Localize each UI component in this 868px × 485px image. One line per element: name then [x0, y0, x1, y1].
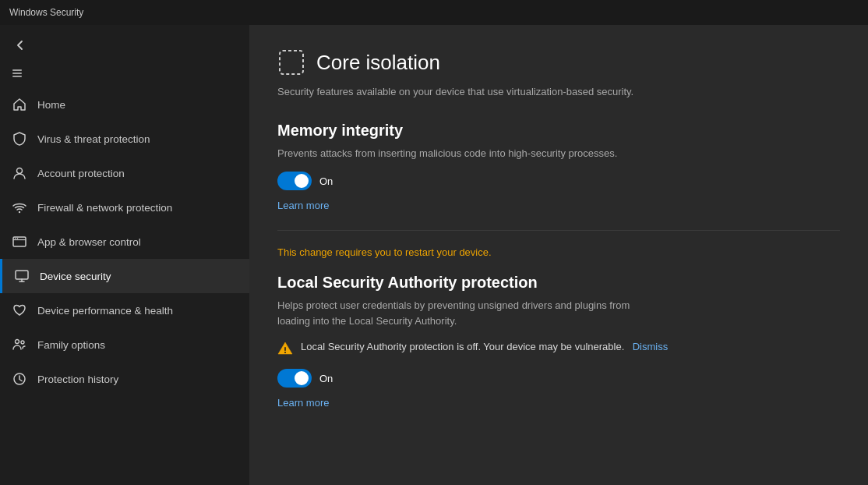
sidebar-item-account-label: Account protection	[37, 168, 125, 179]
sidebar-item-virus[interactable]: Virus & threat protection	[0, 122, 249, 156]
title-bar: Windows Security	[0, 0, 868, 25]
lsa-warning-text-container: Local Security Authority protection is o…	[301, 339, 668, 354]
sidebar-item-device-health[interactable]: Device performance & health	[0, 293, 249, 327]
heart-icon	[12, 303, 26, 317]
lsa-protection-desc: Helps protect user credentials by preven…	[277, 298, 659, 328]
memory-integrity-toggle-knob	[295, 174, 309, 188]
svg-rect-0	[12, 69, 22, 70]
svg-rect-2	[12, 76, 22, 76]
menu-button[interactable]	[0, 62, 22, 84]
memory-integrity-learn-more[interactable]: Learn more	[277, 200, 329, 211]
browser-icon	[12, 235, 26, 249]
sidebar-item-device-security[interactable]: Device security	[0, 259, 249, 293]
memory-integrity-desc: Prevents attacks from inserting maliciou…	[277, 146, 659, 161]
person-icon	[12, 166, 26, 180]
wifi-icon	[12, 200, 26, 214]
dismiss-button[interactable]: Dismiss	[633, 341, 669, 352]
core-isolation-icon	[277, 48, 305, 76]
family-icon	[12, 338, 26, 352]
page-subtitle: Security features available on your devi…	[277, 84, 659, 100]
lsa-toggle-knob	[295, 371, 309, 385]
sidebar-item-virus-label: Virus & threat protection	[37, 133, 150, 145]
lsa-warning-box: Local Security Authority protection is o…	[277, 339, 840, 356]
warning-triangle-icon	[277, 341, 293, 356]
sidebar-item-history-label: Protection history	[37, 373, 118, 385]
restart-warning: This change requires you to restart your…	[277, 246, 840, 258]
memory-integrity-toggle[interactable]	[277, 172, 312, 190]
sidebar: Home Virus & threat protection	[0, 25, 249, 485]
page-header: Core isolation	[277, 48, 840, 76]
memory-integrity-toggle-label: On	[319, 175, 333, 187]
svg-point-10	[21, 341, 24, 344]
sidebar-item-history[interactable]: Protection history	[0, 362, 249, 396]
content-area: Core isolation Security features availab…	[249, 25, 868, 485]
sidebar-item-home-label: Home	[37, 99, 65, 111]
memory-integrity-toggle-row: On	[277, 172, 840, 190]
lsa-toggle-row: On	[277, 369, 840, 388]
lsa-protection-title: Local Security Authority protection	[277, 274, 840, 292]
svg-rect-8	[16, 271, 28, 279]
sidebar-item-app-browser[interactable]: App & browser control	[0, 225, 249, 259]
sidebar-item-family-label: Family options	[37, 339, 105, 351]
svg-rect-13	[284, 347, 286, 351]
memory-integrity-title: Memory integrity	[277, 122, 840, 140]
sidebar-item-device-security-label: Device security	[40, 271, 111, 282]
lsa-learn-more[interactable]: Learn more	[277, 397, 329, 409]
monitor-icon	[15, 269, 29, 283]
section-divider	[277, 230, 840, 231]
sidebar-item-device-health-label: Device performance & health	[37, 305, 173, 317]
lsa-toggle-label: On	[319, 373, 333, 384]
page-title: Core isolation	[316, 51, 440, 75]
sidebar-item-home[interactable]: Home	[0, 87, 249, 122]
svg-point-3	[17, 168, 23, 174]
sidebar-item-firewall[interactable]: Firewall & network protection	[0, 190, 249, 225]
sidebar-top	[0, 28, 249, 62]
sidebar-item-family[interactable]: Family options	[0, 327, 249, 362]
sidebar-item-account[interactable]: Account protection	[0, 156, 249, 190]
svg-rect-12	[280, 51, 303, 74]
sidebar-item-app-browser-label: App & browser control	[37, 236, 141, 248]
svg-point-7	[17, 238, 19, 239]
shield-icon	[12, 132, 26, 146]
lsa-warning-message: Local Security Authority protection is o…	[301, 341, 624, 352]
clock-icon	[12, 372, 26, 386]
svg-point-9	[16, 340, 19, 344]
main-layout: Home Virus & threat protection	[0, 25, 868, 485]
app-title: Windows Security	[9, 7, 83, 18]
svg-point-6	[15, 238, 16, 239]
svg-point-4	[19, 211, 20, 213]
svg-point-14	[284, 352, 286, 353]
svg-rect-1	[12, 73, 22, 73]
lsa-toggle[interactable]	[277, 369, 312, 388]
back-button[interactable]	[9, 34, 31, 56]
sidebar-item-firewall-label: Firewall & network protection	[37, 202, 172, 214]
sidebar-nav: Home Virus & threat protection	[0, 87, 249, 485]
home-icon	[12, 97, 26, 112]
